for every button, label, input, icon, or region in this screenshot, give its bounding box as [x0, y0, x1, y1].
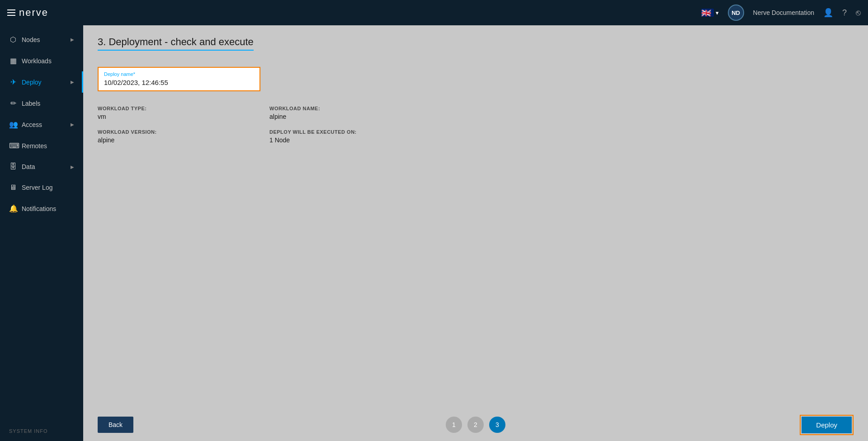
sidebar-item-deploy[interactable]: ✈ Deploy ▶	[0, 71, 83, 93]
sidebar-item-access[interactable]: 👥 Access ▶	[0, 114, 83, 135]
sidebar-item-remotes[interactable]: ⌨ Remotes	[0, 135, 83, 156]
deploy-button[interactable]: Deploy	[802, 417, 852, 433]
sidebar-item-labels-label: Labels	[22, 100, 40, 107]
sidebar-item-access-label: Access	[22, 121, 42, 128]
sidebar-item-deploy-label: Deploy	[22, 79, 42, 86]
deploy-icon: ✈	[9, 78, 17, 86]
sidebar-item-data-label: Data	[22, 163, 35, 170]
access-chevron-icon: ▶	[71, 122, 74, 127]
sidebar-item-nodes[interactable]: ⬡ Nodes ▶	[0, 29, 83, 50]
sidebar-item-remotes-label: Remotes	[22, 142, 47, 150]
workload-version-value: alpine	[98, 136, 242, 144]
workload-name-label: WORKLOAD NAME:	[269, 106, 414, 111]
workload-type-item: WORKLOAD TYPE: vm	[98, 106, 242, 120]
access-icon: 👥	[9, 120, 17, 129]
logo-text: nerve	[19, 7, 48, 19]
deploy-name-input[interactable]	[104, 79, 254, 86]
doc-link[interactable]: Nerve Documentation	[753, 9, 814, 16]
step-1-indicator: 1	[446, 417, 462, 433]
page-header: 3. Deployment - check and execute	[83, 25, 868, 58]
sidebar-item-nodes-label: Nodes	[22, 36, 40, 43]
server-log-icon: 🖥	[9, 183, 17, 192]
step-3-indicator: 3	[489, 417, 505, 433]
remotes-icon: ⌨	[9, 141, 17, 150]
sidebar-item-workloads[interactable]: ▦ Workloads	[0, 50, 83, 71]
deploy-name-container: Deploy name*	[98, 67, 260, 91]
sidebar-item-server-log-label: Server Log	[22, 184, 52, 191]
navbar-logo: nerve	[7, 7, 48, 19]
workload-name-value: alpine	[269, 113, 414, 120]
page-title: 3. Deployment - check and execute	[98, 36, 254, 51]
back-button[interactable]: Back	[98, 417, 133, 433]
content-area: 3. Deployment - check and execute Deploy…	[83, 25, 868, 441]
workload-type-label: WORKLOAD TYPE:	[98, 106, 242, 111]
help-icon[interactable]: ?	[842, 8, 847, 18]
navbar-right: ND Nerve Documentation 👤 ? ⎋	[701, 5, 861, 21]
workload-type-value: vm	[98, 113, 242, 120]
language-selector[interactable]	[701, 9, 719, 17]
sidebar-item-workloads-label: Workloads	[22, 57, 52, 65]
deploy-executed-item: DEPLOY WILL BE EXECUTED ON: 1 Node	[269, 129, 414, 144]
logout-icon[interactable]: ⎋	[856, 8, 861, 18]
sidebar-item-data[interactable]: 🗄 Data ▶	[0, 156, 83, 177]
sidebar-item-notifications[interactable]: 🔔 Notifications	[0, 198, 83, 219]
step-2-indicator: 2	[467, 417, 484, 433]
system-info: SYSTEM INFO	[0, 421, 83, 441]
user-icon[interactable]: 👤	[823, 8, 833, 18]
hamburger-icon[interactable]	[7, 9, 15, 16]
nodes-icon: ⬡	[9, 35, 17, 44]
navbar: nerve ND Nerve Documentation 👤 ? ⎋	[0, 0, 868, 25]
language-chevron-icon	[716, 9, 719, 16]
step-indicators: 1 2 3	[446, 417, 505, 433]
data-icon: 🗄	[9, 163, 17, 171]
flag-icon	[701, 9, 714, 17]
deploy-chevron-icon: ▶	[71, 80, 74, 84]
deploy-name-label: Deploy name*	[104, 71, 254, 77]
workloads-icon: ▦	[9, 56, 17, 65]
page-body: Deploy name* WORKLOAD TYPE: vm WORKLOAD …	[83, 58, 868, 408]
deploy-button-wrapper: Deploy	[800, 415, 854, 435]
info-grid: WORKLOAD TYPE: vm WORKLOAD NAME: alpine …	[98, 106, 414, 144]
sidebar-item-server-log[interactable]: 🖥 Server Log	[0, 177, 83, 198]
notifications-icon: 🔔	[9, 204, 17, 213]
sidebar-item-labels[interactable]: ✏ Labels	[0, 93, 83, 114]
data-chevron-icon: ▶	[71, 164, 74, 169]
workload-version-label: WORKLOAD VERSION:	[98, 129, 242, 135]
workload-version-item: WORKLOAD VERSION: alpine	[98, 129, 242, 144]
nodes-chevron-icon: ▶	[71, 37, 74, 42]
sidebar: ⬡ Nodes ▶ ▦ Workloads ✈ Deploy ▶ ✏ Label…	[0, 25, 83, 441]
labels-icon: ✏	[9, 99, 17, 108]
deploy-executed-label: DEPLOY WILL BE EXECUTED ON:	[269, 129, 414, 135]
page-footer: Back 1 2 3 Deploy	[83, 408, 868, 441]
deploy-executed-value: 1 Node	[269, 136, 414, 144]
avatar: ND	[728, 5, 744, 21]
sidebar-item-notifications-label: Notifications	[22, 205, 56, 212]
workload-name-item: WORKLOAD NAME: alpine	[269, 106, 414, 120]
main-layout: ⬡ Nodes ▶ ▦ Workloads ✈ Deploy ▶ ✏ Label…	[0, 25, 868, 441]
